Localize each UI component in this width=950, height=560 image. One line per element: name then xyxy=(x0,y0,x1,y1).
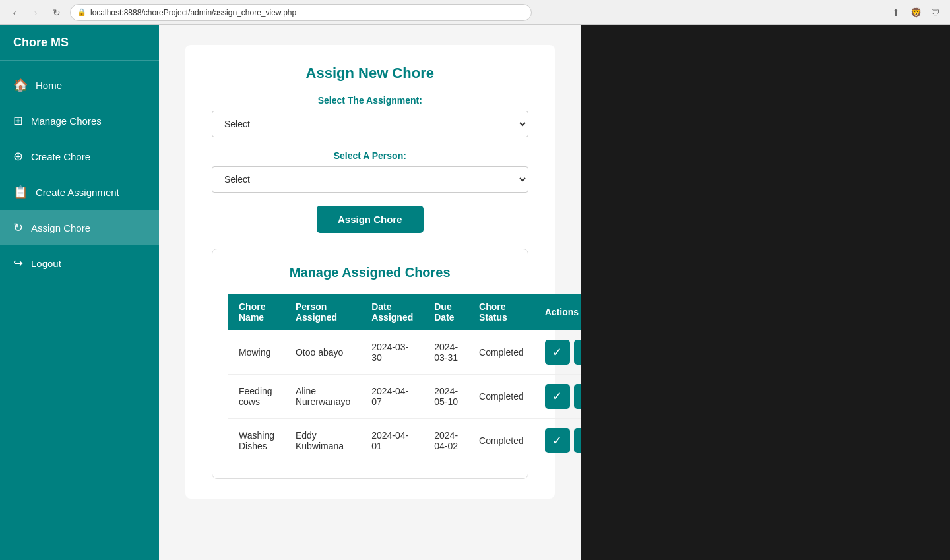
col-chore-name: Chore Name xyxy=(228,294,285,330)
cell-status: Completed xyxy=(468,419,534,463)
cell-due-date: 2024-03-31 xyxy=(424,330,468,375)
table-header-row: Chore Name Person Assigned Date Assigned… xyxy=(228,294,581,330)
assigned-chores-table: Chore Name Person Assigned Date Assigned… xyxy=(228,294,581,462)
table-section: Manage Assigned Chores Chore Name Person… xyxy=(212,249,528,479)
sidebar-label-home: Home xyxy=(36,80,62,91)
cell-due-date: 2024-04-02 xyxy=(424,419,468,463)
sidebar-nav: 🏠 Home ⊞ Manage Chores ⊕ Create Chore 📋 … xyxy=(0,61,159,560)
cell-actions: ✓ xyxy=(534,330,581,375)
sidebar-item-assign-chore[interactable]: ↻ Assign Chore xyxy=(0,210,159,245)
chores-tbody: Mowing Otoo abayo 2024-03-30 2024-03-31 … xyxy=(228,330,581,462)
sidebar-label-create-chore: Create Chore xyxy=(31,151,90,162)
browser-chrome: ‹ › ↻ 🔒 localhost:8888/choreProject/admi… xyxy=(0,0,950,25)
home-icon: 🏠 xyxy=(13,78,28,92)
forward-button[interactable]: › xyxy=(28,5,44,20)
grid-icon: ⊞ xyxy=(13,113,23,128)
check-button[interactable]: ✓ xyxy=(545,340,570,365)
sidebar-label-create-assignment: Create Assignment xyxy=(36,187,119,198)
table-title: Manage Assigned Chores xyxy=(228,265,512,280)
action-buttons: ✓ xyxy=(545,384,581,409)
person-form-group: Select A Person: Select xyxy=(212,150,528,193)
page-title: Assign New Chore xyxy=(212,65,528,82)
person-label: Select A Person: xyxy=(212,150,528,161)
action-buttons: ✓ xyxy=(545,428,581,453)
delete-button[interactable] xyxy=(574,428,581,453)
delete-button[interactable] xyxy=(574,340,581,365)
right-background xyxy=(581,25,951,560)
person-select[interactable]: Select xyxy=(212,166,528,193)
cell-person-assigned: Eddy Kubwimana xyxy=(285,419,361,463)
sidebar-item-home[interactable]: 🏠 Home xyxy=(0,67,159,103)
sidebar-item-manage-chores[interactable]: ⊞ Manage Chores xyxy=(0,103,159,139)
cell-actions: ✓ xyxy=(534,375,581,419)
cell-status: Completed xyxy=(468,330,534,375)
assign-chore-button[interactable]: Assign Chore xyxy=(317,206,424,233)
sidebar-item-create-assignment[interactable]: 📋 Create Assignment xyxy=(0,174,159,210)
logout-icon: ↪ xyxy=(13,256,23,270)
cell-chore-name: Washing Dishes xyxy=(228,419,285,463)
check-button[interactable]: ✓ xyxy=(545,384,570,409)
assign-icon: ↻ xyxy=(13,220,23,235)
col-actions: Actions xyxy=(534,294,581,330)
sidebar-label-manage-chores: Manage Chores xyxy=(31,115,102,127)
reload-button[interactable]: ↻ xyxy=(49,5,65,20)
table-row: Feeding cows Aline Nurerwanayo 2024-04-0… xyxy=(228,375,581,419)
cell-date-assigned: 2024-03-30 xyxy=(361,330,424,375)
action-buttons: ✓ xyxy=(545,340,581,365)
browser-actions: ⬆ 🦁 🛡 xyxy=(888,5,943,20)
url-text: localhost:8888/choreProject/admin/assign… xyxy=(90,8,296,17)
cell-status: Completed xyxy=(468,375,534,419)
sidebar: Chore MS 🏠 Home ⊞ Manage Chores ⊕ Create… xyxy=(0,25,159,560)
back-button[interactable]: ‹ xyxy=(7,5,22,20)
app-wrapper: Chore MS 🏠 Home ⊞ Manage Chores ⊕ Create… xyxy=(0,25,950,560)
delete-button[interactable] xyxy=(574,384,581,409)
cell-date-assigned: 2024-04-07 xyxy=(361,375,424,419)
check-button[interactable]: ✓ xyxy=(545,428,570,453)
assignment-form-group: Select The Assignment: Select xyxy=(212,95,528,137)
table-row: Mowing Otoo abayo 2024-03-30 2024-03-31 … xyxy=(228,330,581,375)
clipboard-icon: 📋 xyxy=(13,185,28,199)
cell-actions: ✓ xyxy=(534,419,581,463)
col-date-assigned: Date Assigned xyxy=(361,294,424,330)
cell-person-assigned: Otoo abayo xyxy=(285,330,361,375)
main-content: Assign New Chore Select The Assignment: … xyxy=(159,25,581,560)
table-row: Washing Dishes Eddy Kubwimana 2024-04-01… xyxy=(228,419,581,463)
sidebar-item-create-chore[interactable]: ⊕ Create Chore xyxy=(0,139,159,174)
cell-chore-name: Mowing xyxy=(228,330,285,375)
assign-chore-card: Assign New Chore Select The Assignment: … xyxy=(185,45,555,499)
lock-icon: 🔒 xyxy=(77,8,86,16)
cell-date-assigned: 2024-04-01 xyxy=(361,419,424,463)
plus-circle-icon: ⊕ xyxy=(13,149,23,164)
sidebar-logo: Chore MS xyxy=(0,25,159,61)
assignment-select[interactable]: Select xyxy=(212,111,528,137)
assignment-label: Select The Assignment: xyxy=(212,95,528,106)
col-chore-status: Chore Status xyxy=(468,294,534,330)
address-bar[interactable]: 🔒 localhost:8888/choreProject/admin/assi… xyxy=(70,4,532,21)
brave-icon[interactable]: 🦁 xyxy=(908,5,924,20)
download-icon[interactable]: ⬆ xyxy=(888,5,904,20)
cell-person-assigned: Aline Nurerwanayo xyxy=(285,375,361,419)
col-due-date: Due Date xyxy=(424,294,468,330)
cell-chore-name: Feeding cows xyxy=(228,375,285,419)
col-person-assigned: Person Assigned xyxy=(285,294,361,330)
sidebar-label-assign-chore: Assign Chore xyxy=(31,222,90,233)
vpn-icon[interactable]: 🛡 xyxy=(928,5,943,20)
sidebar-label-logout: Logout xyxy=(31,258,61,269)
cell-due-date: 2024-05-10 xyxy=(424,375,468,419)
sidebar-item-logout[interactable]: ↪ Logout xyxy=(0,245,159,281)
